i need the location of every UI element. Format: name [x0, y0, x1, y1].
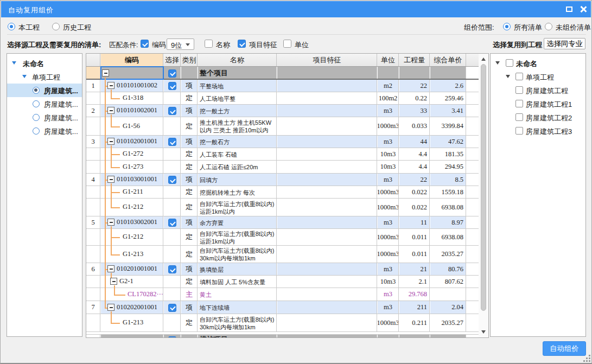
tree-item-label[interactable]: 单项工程 [32, 73, 60, 82]
table-row[interactable]: 措施项目 [86, 335, 488, 338]
row-select-checkbox[interactable] [168, 265, 176, 273]
tree-item-radio[interactable] [33, 127, 40, 135]
collapse-minus-icon[interactable] [107, 138, 114, 145]
target-tree-item[interactable]: 未命名 [491, 56, 585, 70]
table-row[interactable]: 5项余方弃置m3118.97010103002001 [86, 216, 488, 229]
radio-all-lists-label[interactable]: 所有清单 [514, 23, 542, 33]
row-select-checkbox[interactable] [168, 219, 176, 227]
title-bar[interactable]: 自动复用组价 [1, 1, 591, 17]
table-row[interactable]: 主黄土m329.768CL170282··· [86, 288, 488, 301]
checkbox-feature[interactable] [238, 40, 246, 48]
target-tree-item[interactable]: 单项工程 [491, 70, 585, 84]
row-select-checkbox[interactable] [168, 138, 176, 146]
table-row[interactable]: 定人工装车 石碴10m34.4181.35G1-272 [86, 148, 488, 161]
row-select-checkbox[interactable] [168, 69, 176, 78]
radio-history-project[interactable] [52, 23, 60, 30]
collapse-minus-icon[interactable] [107, 265, 114, 272]
auto-price-button[interactable]: 自动组价 [543, 341, 586, 356]
tree-item-checkbox[interactable] [515, 113, 523, 121]
source-tree-item[interactable]: 房屋建筑... [7, 84, 82, 97]
source-tree-item[interactable]: 未命名 [7, 56, 82, 70]
column-header-6[interactable]: 单位 [378, 54, 399, 66]
tree-expander-icon[interactable] [506, 75, 510, 78]
scroll-up-icon[interactable] [481, 58, 486, 61]
collapse-minus-icon[interactable] [110, 278, 117, 285]
collapse-minus-icon[interactable] [107, 219, 114, 226]
checkbox-unit[interactable] [283, 40, 291, 48]
tree-item-label[interactable]: 房屋建筑... [44, 127, 78, 137]
collapse-minus-icon[interactable] [107, 304, 114, 311]
table-row[interactable]: 4项回填方m3228.5010103001001 [86, 174, 488, 186]
tree-expander-icon[interactable] [12, 61, 16, 65]
tree-item-label[interactable]: 房屋建筑工程3 [526, 127, 572, 137]
tree-item-checkbox[interactable] [515, 86, 523, 94]
source-tree-item[interactable]: 房屋建筑... [7, 124, 82, 138]
column-header-8[interactable]: 综合单价 [430, 54, 466, 66]
source-tree-item[interactable]: 房屋建筑... [7, 111, 82, 124]
checkbox-name[interactable] [205, 40, 213, 48]
column-header-3[interactable]: 类别 [181, 54, 198, 66]
tree-item-label[interactable]: 房屋建筑工程1 [526, 100, 572, 110]
table-row[interactable]: 定人工场地平整100m20.22259.46G1-318 [86, 92, 488, 105]
table-row[interactable]: 定挖掘机转堆土方 每次1000m30.0221559.18G1-211 [86, 186, 488, 199]
radio-current-project[interactable] [8, 23, 15, 30]
checkbox-feature-label[interactable]: 项目特征 [249, 40, 277, 50]
radio-unpriced-lists-label[interactable]: 未组价清单 [556, 23, 591, 33]
table-row[interactable]: 1项平整场地m2222.6010101001002 [86, 80, 488, 92]
tree-item-label[interactable]: 未命名 [23, 59, 44, 69]
table-row[interactable]: 定自卸汽车运土方(载重8t以内) 运距1km以内1000m30.0116938.… [86, 229, 488, 246]
close-button[interactable] [575, 1, 591, 17]
target-tree-item[interactable]: 房屋建筑工程3 [491, 124, 585, 138]
table-row[interactable]: 2项挖一般土方m3333.41010101002001 [86, 105, 488, 117]
code-digits-dropdown[interactable]: 9位 [167, 39, 194, 50]
column-header-0[interactable] [86, 54, 100, 66]
collapse-minus-icon[interactable] [107, 82, 114, 89]
checkbox-unit-label[interactable]: 单位 [295, 40, 309, 50]
source-tree-item[interactable]: 单项工程 [7, 70, 82, 84]
collapse-minus-icon[interactable] [102, 69, 109, 76]
row-select-checkbox[interactable] [168, 82, 176, 90]
column-header-5[interactable]: 项目特征 [277, 54, 377, 66]
tree-item-label[interactable]: 单项工程 [526, 73, 554, 82]
radio-history-project-label[interactable]: 历史工程 [63, 23, 91, 33]
tree-item-label[interactable]: 房屋建筑工程2 [526, 113, 572, 123]
tree-item-radio[interactable] [33, 100, 40, 107]
checkbox-code[interactable] [141, 40, 149, 48]
tree-item-checkbox[interactable] [515, 100, 523, 107]
tree-expander-icon[interactable] [22, 75, 27, 78]
same-specialty-button[interactable]: 选择同专业 [544, 38, 585, 49]
target-tree-item[interactable]: 房屋建筑工程1 [491, 97, 585, 111]
tree-item-label[interactable]: 房屋建筑... [44, 113, 78, 123]
collapse-minus-icon[interactable] [107, 176, 114, 183]
row-select-checkbox[interactable] [168, 107, 176, 115]
table-row[interactable]: 整个项目 [86, 67, 488, 80]
tree-item-checkbox[interactable] [506, 59, 513, 67]
scroll-down-icon[interactable] [481, 330, 486, 334]
row-select-checkbox[interactable] [168, 176, 176, 184]
tree-item-checkbox[interactable] [515, 73, 523, 80]
scrollbar-thumb[interactable] [481, 64, 486, 311]
table-row[interactable]: 定人工运石碴 运距≤20m10m34.4294.95G1-273 [86, 161, 488, 174]
tree-item-label[interactable]: 房屋建筑... [44, 100, 78, 110]
column-header-1[interactable]: 编码 [101, 54, 163, 66]
table-row[interactable]: 定推土机推土方 推土机55KW以内 三类土 推距10m以内1000m30.033… [86, 117, 488, 136]
tree-item-radio[interactable] [33, 87, 40, 94]
tree-item-label[interactable]: 房屋建筑... [44, 86, 78, 96]
target-tree-item[interactable]: 房屋建筑工程2 [491, 111, 585, 124]
checkbox-name-label[interactable]: 名称 [216, 40, 230, 50]
radio-unpriced-lists[interactable] [545, 23, 552, 30]
vertical-scrollbar[interactable] [479, 54, 488, 337]
resize-grip[interactable] [583, 355, 591, 362]
table-row[interactable]: 7项地下连续墙m32112.04010202001001 [86, 301, 488, 314]
column-header-2[interactable]: 选择 [164, 54, 181, 66]
table-row[interactable]: 6项换填垫层m32180.76010201001001 [86, 263, 488, 276]
table-row[interactable]: 3项挖一般石方m34447.62010102001001 [86, 136, 488, 148]
tree-item-label[interactable]: 房屋建筑工程 [526, 86, 568, 96]
row-select-checkbox[interactable] [168, 304, 176, 312]
table-row[interactable]: 定自卸汽车运土方(载重8t以内) 30km以内每增加1km1000m30.211… [86, 314, 488, 332]
radio-all-lists[interactable] [503, 23, 511, 30]
collapse-minus-icon[interactable] [107, 107, 114, 114]
tree-item-checkbox[interactable] [515, 127, 523, 135]
source-tree-item[interactable]: 房屋建筑... [7, 97, 82, 111]
table-row[interactable]: 定自卸汽车运土方(载重8t以内) 30km以内每增加1km1000m30.011… [86, 246, 488, 263]
